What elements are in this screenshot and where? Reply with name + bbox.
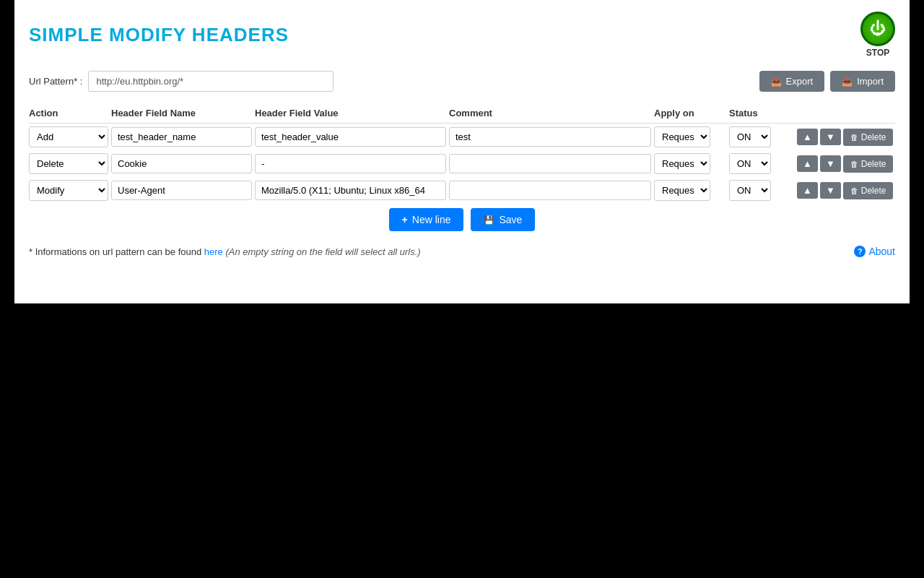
table-row: Add Delete Modify Filter Request Respons… <box>29 126 895 147</box>
row2-status-select[interactable]: ON OFF <box>729 153 771 174</box>
row1-comment-cell <box>449 127 651 147</box>
save-icon <box>484 214 494 225</box>
app-container: SIMPLE MODIFY HEADERS STOP Url Pattern* … <box>14 0 910 303</box>
row3-move-down-button[interactable]: ▼ <box>820 182 841 199</box>
url-row: Url Pattern* : Export Import <box>29 71 895 92</box>
row1-header-field-name[interactable] <box>111 127 252 147</box>
about-button[interactable]: ? About <box>854 246 895 257</box>
row3-header-field-name[interactable] <box>111 181 252 200</box>
row1-controls: ▲ ▼ Delete <box>797 129 855 146</box>
footer-info: * Informations on url pattern can be fou… <box>29 246 421 257</box>
import-button[interactable]: Import <box>830 71 895 92</box>
table-row: Add Delete Modify Filter Request Respons… <box>29 153 895 174</box>
row1-action-cell: Add Delete Modify Filter <box>29 126 108 147</box>
footer: * Informations on url pattern can be fou… <box>29 246 895 257</box>
row3-apply-select[interactable]: Request Response Both <box>654 180 710 201</box>
url-right: Export Import <box>759 71 895 92</box>
trash-icon <box>850 159 858 169</box>
about-icon: ? <box>854 246 866 257</box>
row1-move-down-button[interactable]: ▼ <box>820 129 841 145</box>
here-link[interactable]: here <box>204 246 223 257</box>
row3-header-field-value[interactable] <box>255 181 446 200</box>
row2-delete-button[interactable]: Delete <box>843 155 894 173</box>
export-button[interactable]: Export <box>759 71 825 92</box>
col-action: Action <box>29 108 108 118</box>
row2-header-field-value[interactable] <box>255 154 446 173</box>
row3-status-cell: ON OFF <box>729 180 794 201</box>
row2-action-select[interactable]: Add Delete Modify Filter <box>29 153 108 174</box>
row1-apply-cell: Request Response Both <box>654 126 726 147</box>
row2-header-field-name[interactable] <box>111 154 252 173</box>
row1-name-cell <box>111 127 252 147</box>
row1-header-field-value[interactable] <box>255 127 446 147</box>
row3-apply-cell: Request Response Both <box>654 180 726 201</box>
plus-icon <box>402 214 408 225</box>
trash-icon <box>850 186 858 196</box>
bottom-actions: New line Save <box>29 208 895 231</box>
row1-move-up-button[interactable]: ▲ <box>797 129 818 145</box>
row3-value-cell <box>255 181 446 200</box>
stop-label: STOP <box>866 48 889 58</box>
row3-comment[interactable] <box>449 181 651 200</box>
new-line-button[interactable]: New line <box>389 208 464 231</box>
col-header-field-name: Header Field Name <box>111 108 252 118</box>
url-left: Url Pattern* : <box>29 71 334 92</box>
row2-controls: ▲ ▼ Delete <box>797 155 855 173</box>
row3-comment-cell <box>449 181 651 200</box>
row1-value-cell <box>255 127 446 147</box>
row2-action-cell: Add Delete Modify Filter <box>29 153 108 174</box>
row2-name-cell <box>111 154 252 173</box>
row2-status-cell: ON OFF <box>729 153 794 174</box>
export-icon <box>771 76 782 87</box>
row1-status-select[interactable]: ON OFF <box>729 126 771 147</box>
row2-apply-cell: Request Response Both <box>654 153 726 174</box>
col-apply-on: Apply on <box>654 108 726 118</box>
row3-controls: ▲ ▼ Delete <box>797 182 855 199</box>
row2-value-cell <box>255 154 446 173</box>
url-pattern-input[interactable] <box>88 71 334 92</box>
col-status: Status <box>729 108 794 118</box>
row2-comment[interactable] <box>449 154 651 173</box>
row1-apply-select[interactable]: Request Response Both <box>654 126 710 147</box>
col-header-field-value: Header Field Value <box>255 108 446 118</box>
stop-icon <box>860 12 895 46</box>
row2-move-up-button[interactable]: ▲ <box>797 155 818 172</box>
row3-delete-button[interactable]: Delete <box>843 182 894 199</box>
row1-comment[interactable] <box>449 127 651 147</box>
url-pattern-label: Url Pattern* : <box>29 76 82 87</box>
row3-name-cell <box>111 181 252 200</box>
row2-move-down-button[interactable]: ▼ <box>820 155 841 172</box>
row1-status-cell: ON OFF <box>729 126 794 147</box>
app-title: SIMPLE MODIFY HEADERS <box>29 24 289 46</box>
header: SIMPLE MODIFY HEADERS STOP <box>29 12 895 58</box>
save-button[interactable]: Save <box>471 208 535 231</box>
row1-action-select[interactable]: Add Delete Modify Filter <box>29 126 108 147</box>
row1-delete-button[interactable]: Delete <box>843 129 894 146</box>
stop-button[interactable]: STOP <box>860 12 895 58</box>
import-icon <box>842 76 853 87</box>
table-body: Add Delete Modify Filter Request Respons… <box>29 126 895 201</box>
col-comment: Comment <box>449 108 651 118</box>
row3-move-up-button[interactable]: ▲ <box>797 182 818 199</box>
col-actions <box>797 108 855 118</box>
row3-action-cell: Add Delete Modify Filter <box>29 180 108 201</box>
trash-icon <box>850 132 858 142</box>
row2-apply-select[interactable]: Request Response Both <box>654 153 710 174</box>
row2-comment-cell <box>449 154 651 173</box>
row3-action-select[interactable]: Add Delete Modify Filter <box>29 180 108 201</box>
table-row: Add Delete Modify Filter Request Respons… <box>29 180 895 201</box>
table-header: Action Header Field Name Header Field Va… <box>29 103 895 124</box>
row3-status-select[interactable]: ON OFF <box>729 180 771 201</box>
